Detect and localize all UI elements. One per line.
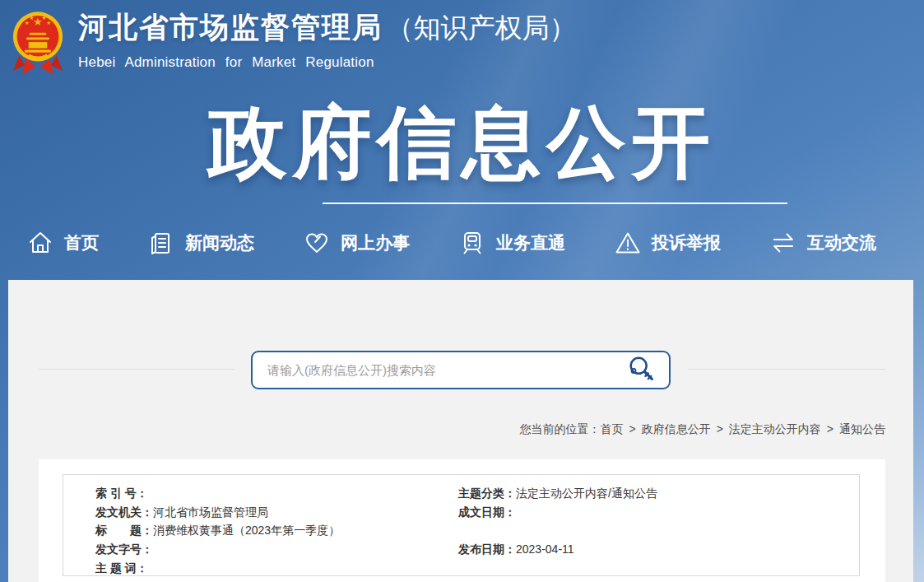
svg-text:★: ★ (46, 20, 51, 26)
breadcrumb-separator: > (629, 422, 635, 435)
info-row-left-1: 发文机关：河北省市场监督管理局 (95, 503, 340, 522)
main-nav: 首页新闻动态网上办事业务直通投诉举报互动交流 (0, 221, 924, 265)
search-divider-left (39, 369, 235, 370)
breadcrumb-item-2[interactable]: 法定主动公开内容 (729, 422, 821, 435)
nav-item-label: 网上办事 (341, 231, 410, 254)
info-value: 法定主动公开内容/通知公告 (516, 487, 657, 500)
breadcrumb-separator: > (827, 422, 833, 435)
info-label: 发文机关： (95, 505, 153, 519)
info-label: 标 题： (95, 524, 153, 537)
nav-item-label: 首页 (64, 231, 99, 254)
nav-item-label: 投诉举报 (652, 231, 721, 254)
info-row-right-1: 成文日期： (458, 503, 657, 522)
nav-item-news[interactable]: 新闻动态 (148, 230, 254, 256)
header-brand-text: 河北省市场监督管理局 （知识产权局） Hebei Administration … (78, 8, 576, 71)
nav-item-label: 业务直通 (496, 231, 565, 254)
info-column-right: 主题分类：法定主动公开内容/通知公告成文日期：发布日期：2023-04-11 (458, 484, 657, 559)
nav-item-label: 互动交流 (807, 231, 876, 254)
news-icon (148, 230, 174, 256)
info-label: 主题分类： (458, 487, 516, 500)
breadcrumb-item-0[interactable]: 首页 (600, 422, 623, 435)
info-row-left-2: 标 题：消费维权黄事通（2023年第一季度） (95, 521, 340, 540)
info-row-right-3: 发布日期：2023-04-11 (458, 540, 657, 559)
info-label: 发文字号： (95, 542, 153, 556)
info-label: 主 题 词： (95, 561, 148, 575)
breadcrumb-item-3: 通知公告 (839, 422, 885, 435)
nav-item-home[interactable]: 首页 (27, 230, 99, 256)
info-column-left: 索 引 号：发文机关：河北省市场监督管理局标 题：消费维权黄事通（2023年第一… (95, 484, 340, 577)
nav-item-services[interactable]: 网上办事 (304, 230, 410, 256)
heart-icon (304, 230, 330, 256)
page-title: 政府信息公开 (0, 92, 924, 193)
home-icon (27, 230, 53, 256)
breadcrumb-items: 首页>政府信息公开>法定主动公开内容>通知公告 (600, 422, 885, 435)
info-label: 发布日期： (458, 542, 516, 556)
search-bar (251, 351, 671, 389)
search-magnifier-key-icon (626, 355, 657, 386)
document-info-card: 索 引 号：发文机关：河北省市场监督管理局标 题：消费维权黄事通（2023年第一… (39, 459, 885, 582)
info-label: 成文日期： (458, 505, 516, 519)
org-name-cn: 河北省市场监督管理局 (78, 11, 383, 43)
info-row-right-0: 主题分类：法定主动公开内容/通知公告 (458, 484, 657, 503)
nav-item-label: 新闻动态 (185, 231, 254, 254)
search-divider-right (688, 369, 885, 370)
org-name-en: Hebei Administration for Market Regulati… (78, 54, 576, 71)
nav-item-interact[interactable]: 互动交流 (770, 230, 876, 256)
header-brand[interactable]: ★ ★ ★ ★ ★ 河北省市场监督管理局 （知识产权局） Hebei Admin… (12, 8, 576, 77)
info-label: 索 引 号： (95, 487, 148, 500)
search-button[interactable] (623, 355, 661, 386)
info-row-left-4: 主 题 词： (95, 559, 340, 578)
info-value: 2023-04-11 (516, 542, 574, 556)
china-national-emblem-icon: ★ ★ ★ ★ ★ (12, 8, 64, 77)
breadcrumb-separator: > (717, 422, 723, 435)
alert-triangle-icon (615, 230, 641, 256)
breadcrumb-item-1[interactable]: 政府信息公开 (642, 422, 711, 435)
content-panel: 您当前的位置：首页>政府信息公开>法定主动公开内容>通知公告 索 引 号：发文机… (8, 280, 913, 582)
hero-header: ★ ★ ★ ★ ★ 河北省市场监督管理局 （知识产权局） Hebei Admin… (0, 0, 924, 280)
breadcrumb: 您当前的位置：首页>政府信息公开>法定主动公开内容>通知公告 (519, 422, 885, 437)
info-value: 消费维权黄事通（2023年第一季度） (153, 524, 340, 537)
exchange-arrows-icon (770, 230, 796, 256)
breadcrumb-prefix: 您当前的位置： (519, 422, 600, 435)
search-input[interactable] (267, 363, 623, 377)
train-icon (459, 230, 485, 256)
nav-item-complaints[interactable]: 投诉举报 (615, 230, 721, 256)
info-row-left-3: 发文字号： (95, 540, 340, 559)
info-row-left-0: 索 引 号： (95, 484, 340, 503)
info-row-right-2 (458, 521, 657, 540)
banner-underline (323, 203, 787, 204)
nav-item-business[interactable]: 业务直通 (459, 230, 565, 256)
org-name-bracket: （知识产权局） (386, 13, 576, 43)
document-info-table: 索 引 号：发文机关：河北省市场监督管理局标 题：消费维权黄事通（2023年第一… (63, 474, 860, 576)
svg-text:★: ★ (30, 15, 35, 21)
info-value: 河北省市场监督管理局 (153, 505, 268, 519)
svg-text:★: ★ (25, 20, 30, 26)
page-background: { "header": { "logo_icon": "china-nation… (0, 0, 924, 582)
